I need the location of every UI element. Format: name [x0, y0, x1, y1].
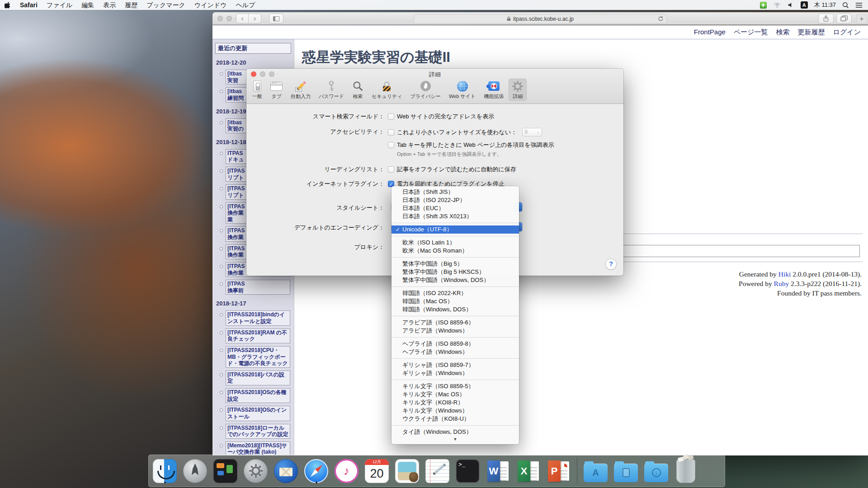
- dock-notes-icon[interactable]: [425, 459, 449, 483]
- encoding-menu-item[interactable]: ✓ヘブライ語（ISO 8859-8）: [392, 340, 519, 348]
- address-bar[interactable]: itpass.scitec.kobe-u.ac.jp: [414, 14, 667, 23]
- menu-file[interactable]: ファイル: [42, 0, 77, 10]
- pref-tab-search[interactable]: 検索: [349, 79, 367, 101]
- nav-page-list[interactable]: ページ一覧: [734, 28, 768, 37]
- nav-search[interactable]: 検索: [776, 28, 790, 37]
- dock-calendar-icon[interactable]: 12月 20: [365, 459, 389, 483]
- tab-overview-button[interactable]: [836, 14, 852, 23]
- min-font-checkbox[interactable]: [388, 129, 394, 136]
- nav-history[interactable]: 更新履歴: [798, 28, 825, 37]
- sidebar-entry[interactable]: [ITPAS 換事前: [226, 280, 290, 295]
- notification-center-icon[interactable]: [855, 2, 863, 8]
- menu-window[interactable]: ウインドウ: [190, 0, 231, 10]
- nav-login[interactable]: ログイン: [833, 28, 861, 37]
- dock-photos-icon[interactable]: [395, 459, 419, 483]
- dock-downloads-folder-icon[interactable]: ↓: [644, 464, 668, 482]
- menu-scroll-down-arrow[interactable]: ▼: [392, 436, 519, 442]
- encoding-menu-item[interactable]: ✓繁体字中国語（Big 5）: [392, 260, 519, 268]
- dock-documents-folder-icon[interactable]: [614, 464, 638, 482]
- sidebar-toggle-button[interactable]: [269, 14, 283, 23]
- sidebar-entry[interactable]: [Memo2018][ITPASS]サーバ交換作業 (tako): [226, 441, 290, 455]
- encoding-menu-item[interactable]: ✓欧米（ISO Latin 1）: [392, 239, 519, 247]
- sidebar-entry[interactable]: [ITPASS2018]CPU・MB・グラフィックボード・電源の不良チェック: [226, 346, 290, 368]
- encoding-menu-item[interactable]: ✓: [392, 425, 519, 426]
- encoding-menu-item[interactable]: ✓: [392, 223, 519, 223]
- close-button[interactable]: [217, 16, 223, 21]
- sidebar-entry[interactable]: [ITPASS2018]ローカルでのバックアップの設定: [226, 424, 290, 439]
- menu-help[interactable]: ヘルプ: [231, 0, 260, 10]
- volume-icon[interactable]: [788, 2, 794, 8]
- dock-trash-icon[interactable]: [676, 459, 695, 483]
- encoding-menu-item[interactable]: ✓欧米（Mac OS Roman）: [392, 247, 519, 255]
- dock-powerpoint-icon[interactable]: P: [547, 459, 571, 483]
- menu-edit[interactable]: 編集: [77, 0, 99, 10]
- dock-thunderbird-icon[interactable]: [274, 459, 298, 483]
- encoding-menu-item[interactable]: ✓キリル文字（Windows）: [392, 407, 519, 415]
- pref-tab-advanced[interactable]: 詳細: [509, 79, 527, 101]
- pref-tab-security[interactable]: セキュリティ: [368, 79, 406, 101]
- dock-word-icon[interactable]: W: [486, 459, 510, 483]
- dock-itunes-icon[interactable]: ♪: [335, 459, 359, 483]
- menu-bookmarks[interactable]: ブックマーク: [142, 0, 190, 10]
- dock-system-preferences-icon[interactable]: [244, 459, 268, 483]
- encoding-menu-item[interactable]: ✓Unicode（UTF-8）: [392, 225, 519, 234]
- window-titlebar[interactable]: ‹ › itpass.scitec.kobe-u.ac.jp +: [212, 12, 868, 25]
- pref-tab-autofill[interactable]: 自動入力: [288, 79, 314, 101]
- menu-view[interactable]: 表示: [99, 0, 120, 10]
- pref-tab-websites[interactable]: Web サイト: [446, 79, 479, 101]
- forward-button[interactable]: ›: [249, 14, 261, 23]
- sidebar-entry[interactable]: [ITPASS2018]パスの設定: [226, 371, 290, 385]
- smart-search-checkbox[interactable]: [388, 113, 394, 120]
- encoding-menu-item[interactable]: ✓: [392, 337, 519, 338]
- sidebar-entry[interactable]: [ITPASS2018]RAM の不良チェック: [226, 328, 290, 343]
- encoding-menu-item[interactable]: ✓アラビア語（ISO 8859-6）: [392, 319, 519, 327]
- footer-link[interactable]: Ruby: [774, 280, 789, 287]
- tab-highlight-checkbox[interactable]: [388, 142, 394, 148]
- input-source-icon[interactable]: A: [801, 1, 808, 9]
- dock-terminal-icon[interactable]: >_: [456, 459, 480, 483]
- pref-tab-tabs[interactable]: タブ: [267, 79, 286, 101]
- dock-excel-icon[interactable]: X: [516, 459, 540, 483]
- font-size-select[interactable]: 9 ⌄: [522, 128, 542, 136]
- nav-frontpage[interactable]: FrontPage: [694, 28, 726, 37]
- footer-link[interactable]: Hiki: [778, 270, 791, 278]
- menu-safari[interactable]: Safari: [15, 0, 42, 10]
- encoding-menu-item[interactable]: ✓韓国語（ISO 2022-KR）: [392, 289, 519, 297]
- dock-applications-folder-icon[interactable]: A: [584, 464, 608, 482]
- encoding-menu-item[interactable]: ✓ギリシャ語（ISO 8859-7）: [392, 361, 519, 369]
- sidebar-entry[interactable]: 2018-12-17: [216, 300, 291, 307]
- dock-finder-icon[interactable]: [153, 459, 177, 483]
- encoding-menu-item[interactable]: ✓日本語（Shift JIS X0213）: [392, 212, 519, 221]
- status-app-icon[interactable]: [760, 2, 767, 9]
- encoding-menu-item[interactable]: ✓韓国語（Windows, DOS）: [392, 305, 519, 314]
- reload-icon[interactable]: [658, 16, 664, 22]
- sidebar-entry[interactable]: [ITPASS2018]bindのインストールと設定: [226, 310, 290, 325]
- dock-safari-icon[interactable]: [304, 459, 328, 483]
- encoding-menu-item[interactable]: ✓キリル文字（Mac OS）: [392, 390, 519, 399]
- dock-launchpad-icon[interactable]: [183, 459, 207, 483]
- encoding-menu-item[interactable]: ✓日本語（Shift JIS）: [392, 188, 519, 196]
- spotlight-icon[interactable]: [842, 2, 849, 9]
- sidebar-entry[interactable]: [ITPASS2018]OSのインストール: [226, 406, 290, 421]
- encoding-menu-item[interactable]: ✓日本語（EUC）: [392, 204, 519, 212]
- encoding-menu-item[interactable]: ✓: [392, 316, 519, 316]
- new-tab-button[interactable]: +: [856, 14, 867, 23]
- encoding-menu-item[interactable]: ✓タイ語（Windows, DOS）: [392, 428, 519, 436]
- encoding-menu-item[interactable]: ✓: [392, 286, 519, 287]
- back-button[interactable]: ‹: [236, 14, 249, 23]
- encoding-menu-item[interactable]: ✓繁体字中国語（Windows, DOS）: [392, 276, 519, 284]
- apple-menu-icon[interactable]: [0, 1, 15, 9]
- encoding-menu-item[interactable]: ✓キリル文字（KOI8-R）: [392, 399, 519, 407]
- encoding-menu-item[interactable]: ✓ギリシャ語（Windows）: [392, 369, 519, 377]
- pref-tab-extensions[interactable]: 機能拡張: [481, 79, 507, 101]
- encoding-menu-item[interactable]: ✓ヘブライ語（Windows）: [392, 348, 519, 356]
- dialog-titlebar[interactable]: 詳細 一般 タブ 自動入力 パスワード: [246, 69, 623, 104]
- sidebar-entry[interactable]: 2018-12-20: [216, 59, 291, 66]
- encoding-menu-item[interactable]: ✓キリル文字（ISO 8859-5）: [392, 382, 519, 390]
- help-button[interactable]: ?: [606, 259, 616, 269]
- menu-history[interactable]: 履歴: [120, 0, 142, 10]
- encoding-menu-item[interactable]: ✓韓国語（Mac OS）: [392, 297, 519, 305]
- minimize-button[interactable]: [226, 16, 232, 21]
- encoding-menu-item[interactable]: ✓: [392, 257, 519, 258]
- encoding-menu-item[interactable]: ✓ウクライナ語（KOI8-U）: [392, 415, 519, 423]
